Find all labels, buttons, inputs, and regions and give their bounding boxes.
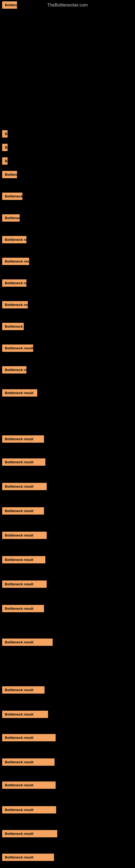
- bottleneck-label-17: Bottleneck result: [2, 458, 45, 466]
- bottleneck-item-19: Bottleneck result: [2, 507, 44, 516]
- bottleneck-item-27: Bottleneck result: [2, 734, 56, 742]
- bottleneck-label-2: Bottleneck result: [2, 130, 8, 137]
- bottleneck-label-27: Bottleneck result: [2, 734, 56, 741]
- bottleneck-item-22: Bottleneck result: [2, 581, 47, 589]
- bottleneck-item-32: Bottleneck result: [2, 854, 54, 862]
- bottleneck-item-29: Bottleneck result: [2, 781, 56, 790]
- bottleneck-item-6: Bottleneck result: [2, 193, 22, 201]
- bottleneck-label-30: Bottleneck result: [2, 806, 56, 813]
- site-title: TheBottlenecker.com: [47, 3, 88, 7]
- bottleneck-label-19: Bottleneck result: [2, 507, 44, 515]
- bottleneck-item-17: Bottleneck result: [2, 458, 45, 467]
- bottleneck-item-8: Bottleneck result: [2, 236, 27, 244]
- bottleneck-label-25: Bottleneck result: [2, 686, 45, 693]
- bottleneck-label-10: Bottleneck result: [2, 279, 27, 287]
- bottleneck-label-31: Bottleneck result: [2, 830, 57, 837]
- bottleneck-label-14: Bottleneck result: [2, 366, 27, 373]
- bottleneck-item-10: Bottleneck result: [2, 279, 27, 288]
- bottleneck-item-5: Bottleneck result: [2, 171, 17, 179]
- bottleneck-label-28: Bottleneck result: [2, 758, 54, 766]
- bottleneck-label-13: Bottleneck result: [2, 344, 33, 352]
- bottleneck-label-22: Bottleneck result: [2, 581, 47, 588]
- bottleneck-item-1: Bottleneck result: [2, 1, 17, 10]
- bottleneck-item-26: Bottleneck result: [2, 711, 48, 719]
- bottleneck-label-18: Bottleneck result: [2, 483, 47, 490]
- bottleneck-label-6: Bottleneck result: [2, 193, 22, 200]
- bottleneck-item-21: Bottleneck result: [2, 556, 45, 564]
- bottleneck-item-3: Bottleneck result: [2, 144, 8, 152]
- bottleneck-item-18: Bottleneck result: [2, 483, 47, 491]
- bottleneck-item-15: Bottleneck result: [2, 389, 37, 398]
- bottleneck-label-16: Bottleneck result: [2, 435, 44, 443]
- bottleneck-label-12: Bottleneck result: [2, 323, 24, 330]
- bottleneck-item-24: Bottleneck result: [2, 639, 53, 647]
- bottleneck-label-24: Bottleneck result: [2, 639, 53, 646]
- bottleneck-item-12: Bottleneck result: [2, 323, 24, 331]
- bottleneck-item-25: Bottleneck result: [2, 686, 45, 695]
- bottleneck-label-7: Bottleneck result: [2, 214, 20, 222]
- bottleneck-item-14: Bottleneck result: [2, 366, 27, 375]
- bottleneck-label-15: Bottleneck result: [2, 389, 37, 397]
- bottleneck-label-9: Bottleneck result: [2, 258, 29, 265]
- bottleneck-item-11: Bottleneck result: [2, 301, 28, 310]
- bottleneck-label-1: Bottleneck result: [2, 1, 17, 9]
- bottleneck-item-2: Bottleneck result: [2, 130, 8, 138]
- bottleneck-item-23: Bottleneck result: [2, 605, 44, 613]
- bottleneck-label-11: Bottleneck result: [2, 301, 28, 308]
- bottleneck-item-20: Bottleneck result: [2, 532, 47, 540]
- bottleneck-label-29: Bottleneck result: [2, 781, 56, 789]
- bottleneck-item-31: Bottleneck result: [2, 830, 57, 838]
- bottleneck-item-7: Bottleneck result: [2, 214, 20, 223]
- bottleneck-label-5: Bottleneck result: [2, 171, 17, 178]
- bottleneck-label-8: Bottleneck result: [2, 236, 27, 243]
- bottleneck-item-9: Bottleneck result: [2, 258, 29, 266]
- bottleneck-label-23: Bottleneck result: [2, 605, 44, 612]
- bottleneck-label-26: Bottleneck result: [2, 711, 48, 718]
- bottleneck-label-4: Bottleneck result: [2, 157, 8, 165]
- bottleneck-label-21: Bottleneck result: [2, 556, 45, 563]
- bottleneck-label-20: Bottleneck result: [2, 532, 47, 539]
- bottleneck-item-13: Bottleneck result: [2, 344, 33, 353]
- bottleneck-item-4: Bottleneck result: [2, 157, 8, 166]
- bottleneck-label-3: Bottleneck result: [2, 144, 8, 151]
- bottleneck-item-16: Bottleneck result: [2, 435, 44, 444]
- bottleneck-item-30: Bottleneck result: [2, 806, 56, 814]
- bottleneck-label-32: Bottleneck result: [2, 854, 54, 861]
- bottleneck-item-28: Bottleneck result: [2, 758, 54, 767]
